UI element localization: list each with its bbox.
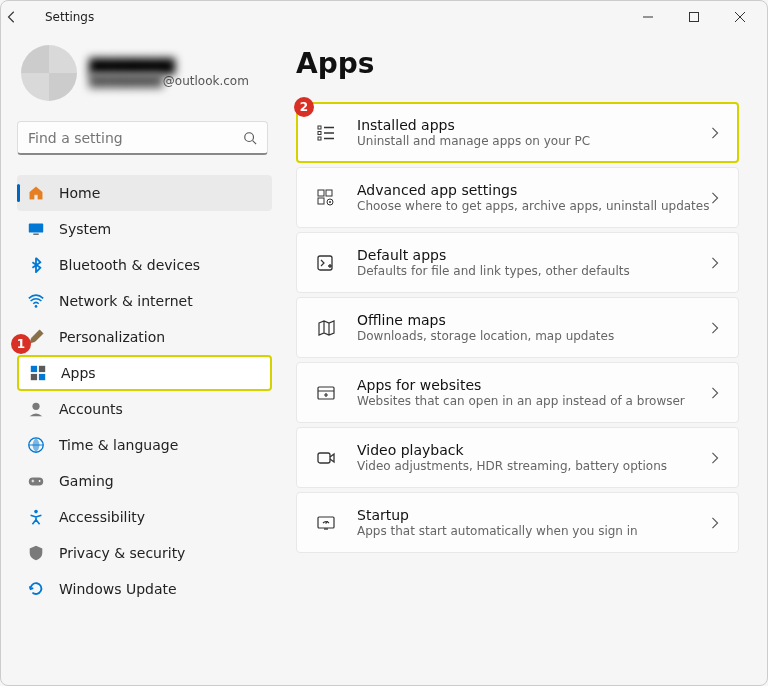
sidebar-item-privacy[interactable]: Privacy & security	[17, 535, 272, 571]
sidebar-item-accessibility[interactable]: Accessibility	[17, 499, 272, 535]
avatar	[21, 45, 77, 101]
svg-rect-23	[318, 190, 324, 196]
back-button[interactable]	[5, 10, 37, 24]
search-icon	[243, 131, 257, 145]
main-content: Apps Installed apps Uninstall and manage…	[272, 41, 751, 685]
svg-rect-14	[29, 477, 43, 485]
accounts-icon	[27, 400, 45, 418]
advanced-settings-icon	[315, 187, 337, 209]
search-box[interactable]	[17, 121, 268, 155]
network-icon	[27, 292, 45, 310]
search-input[interactable]	[28, 130, 243, 146]
sidebar-item-label: Bluetooth & devices	[59, 257, 200, 273]
window-controls	[625, 1, 763, 33]
sidebar-item-label: Time & language	[59, 437, 178, 453]
page-title: Apps	[296, 47, 739, 80]
svg-rect-5	[33, 234, 38, 235]
sidebar-item-accounts[interactable]: Accounts	[17, 391, 272, 427]
svg-line-3	[253, 140, 257, 144]
card-subtitle: Video adjustments, HDR streaming, batter…	[357, 459, 710, 473]
card-subtitle: Downloads, storage location, map updates	[357, 329, 710, 343]
chevron-right-icon	[710, 322, 720, 334]
svg-rect-19	[318, 137, 321, 140]
card-subtitle: Websites that can open in an app instead…	[357, 394, 710, 408]
user-name: ████████	[89, 58, 249, 74]
svg-rect-25	[318, 198, 324, 204]
sidebar-item-apps[interactable]: Apps	[17, 355, 272, 391]
user-card[interactable]: ████████ ████████@outlook.com	[17, 41, 272, 121]
card-installed-apps[interactable]: Installed apps Uninstall and manage apps…	[296, 102, 739, 163]
sidebar-item-label: Accounts	[59, 401, 123, 417]
card-title: Video playback	[357, 442, 710, 458]
titlebar: Settings	[1, 1, 767, 33]
svg-rect-18	[318, 131, 321, 134]
sidebar-item-label: Windows Update	[59, 581, 177, 597]
chevron-right-icon	[710, 257, 720, 269]
card-subtitle: Uninstall and manage apps on your PC	[357, 134, 710, 148]
card-advanced-app-settings[interactable]: Advanced app settings Choose where to ge…	[296, 167, 739, 228]
card-title: Default apps	[357, 247, 710, 263]
apps-icon	[29, 364, 47, 382]
close-button[interactable]	[717, 1, 763, 33]
svg-rect-24	[326, 190, 332, 196]
system-icon	[27, 220, 45, 238]
sidebar-item-update[interactable]: Windows Update	[17, 571, 272, 607]
sidebar-item-time[interactable]: Time & language	[17, 427, 272, 463]
svg-rect-17	[318, 126, 321, 129]
svg-point-2	[245, 132, 254, 141]
sidebar-item-bluetooth[interactable]: Bluetooth & devices	[17, 247, 272, 283]
card-title: Advanced app settings	[357, 182, 710, 198]
svg-point-15	[39, 480, 41, 482]
svg-rect-9	[31, 374, 37, 380]
annotation-badge-1: 1	[11, 334, 31, 354]
card-offline-maps[interactable]: Offline maps Downloads, storage location…	[296, 297, 739, 358]
svg-point-16	[34, 510, 38, 514]
svg-point-27	[329, 201, 331, 203]
sidebar-item-network[interactable]: Network & internet	[17, 283, 272, 319]
update-icon	[27, 580, 45, 598]
card-default-apps[interactable]: Default apps Defaults for file and link …	[296, 232, 739, 293]
sidebar-item-label: Network & internet	[59, 293, 193, 309]
card-apps-for-websites[interactable]: Apps for websites Websites that can open…	[296, 362, 739, 423]
sidebar-item-system[interactable]: System	[17, 211, 272, 247]
card-title: Offline maps	[357, 312, 710, 328]
chevron-right-icon	[710, 452, 720, 464]
svg-rect-7	[31, 366, 37, 372]
minimize-button[interactable]	[625, 1, 671, 33]
svg-point-11	[32, 403, 39, 410]
card-video-playback[interactable]: Video playback Video adjustments, HDR st…	[296, 427, 739, 488]
sidebar-item-gaming[interactable]: Gaming	[17, 463, 272, 499]
sidebar: ████████ ████████@outlook.com Home Syste…	[17, 41, 272, 685]
video-icon	[315, 447, 337, 469]
chevron-right-icon	[710, 192, 720, 204]
default-apps-icon	[315, 252, 337, 274]
card-title: Installed apps	[357, 117, 710, 133]
apps-websites-icon	[315, 382, 337, 404]
installed-apps-icon	[315, 122, 337, 144]
card-subtitle: Choose where to get apps, archive apps, …	[357, 199, 710, 213]
sidebar-item-label: Gaming	[59, 473, 114, 489]
sidebar-item-label: System	[59, 221, 111, 237]
sidebar-item-label: Personalization	[59, 329, 165, 345]
card-subtitle: Apps that start automatically when you s…	[357, 524, 710, 538]
svg-rect-8	[39, 366, 45, 372]
user-email: ████████@outlook.com	[89, 74, 249, 88]
privacy-icon	[27, 544, 45, 562]
sidebar-item-label: Home	[59, 185, 100, 201]
time-icon	[27, 436, 45, 454]
accessibility-icon	[27, 508, 45, 526]
offline-maps-icon	[315, 317, 337, 339]
gaming-icon	[27, 472, 45, 490]
bluetooth-icon	[27, 256, 45, 274]
maximize-button[interactable]	[671, 1, 717, 33]
sidebar-item-personalization[interactable]: Personalization	[17, 319, 272, 355]
chevron-right-icon	[710, 517, 720, 529]
chevron-right-icon	[710, 127, 720, 139]
svg-rect-10	[39, 374, 45, 380]
startup-icon	[315, 512, 337, 534]
home-icon	[27, 184, 45, 202]
card-startup[interactable]: Startup Apps that start automatically wh…	[296, 492, 739, 553]
card-title: Apps for websites	[357, 377, 710, 393]
card-title: Startup	[357, 507, 710, 523]
sidebar-item-home[interactable]: Home	[17, 175, 272, 211]
